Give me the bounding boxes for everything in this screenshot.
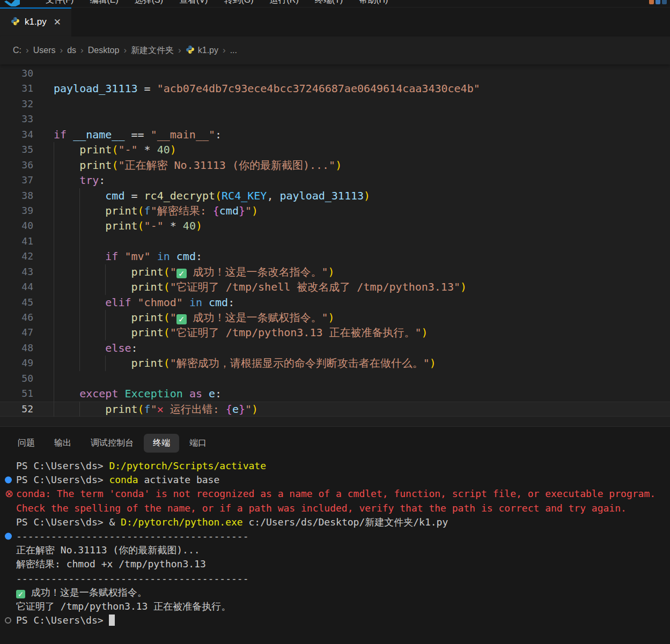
code-line: 36 print("正在解密 No.31113 (你的最新截图)...") xyxy=(0,158,670,173)
text-segment: ) xyxy=(252,403,258,416)
text-segment: print xyxy=(79,143,112,156)
code-text: print("✓ 成功！这是一条赋权指令。") xyxy=(54,310,335,325)
panel-tab-2[interactable]: 输出 xyxy=(45,434,80,453)
text-segment xyxy=(54,296,105,309)
breadcrumb-item-7[interactable]: ... xyxy=(230,46,237,55)
chevron-right-icon: › xyxy=(80,45,84,56)
text-segment: ( xyxy=(138,403,144,416)
text-segment: "它证明了 /tmp/shell 被改名成了 /tmp/python3.13" xyxy=(170,280,460,293)
text-segment: in xyxy=(151,250,176,263)
text-segment: } xyxy=(239,403,245,416)
panel-tab-1[interactable]: 问题 xyxy=(9,434,44,453)
text-segment: print xyxy=(105,204,137,217)
close-icon[interactable]: ✕ xyxy=(54,17,61,28)
breadcrumb-item-4[interactable]: Desktop xyxy=(88,46,120,55)
code-line: 42 if "mv" in cmd: xyxy=(0,249,670,264)
text-segment: "chmod" xyxy=(138,296,183,309)
code-line: 43 print("✓ 成功！这是一条改名指令。") xyxy=(0,264,670,279)
text-segment xyxy=(54,219,105,232)
text-segment: ) xyxy=(328,265,335,278)
code-editor[interactable]: 3031payload_31113 = "acb07e4db7c93ece4bc… xyxy=(0,64,670,426)
text-segment: "acb07e4db7c93ece4bcc37246687ae0649614ca… xyxy=(157,82,480,95)
text-segment: : xyxy=(215,387,222,400)
code-text: print("✓ 成功！这是一条改名指令。") xyxy=(54,264,335,279)
check-emoji-icon: ✓ xyxy=(176,269,187,279)
text-segment: == xyxy=(124,128,150,141)
code-line: 49 print("解密成功，请根据显示的命令判断攻击者在做什么。") xyxy=(0,356,670,371)
check-emoji-icon: ✓ xyxy=(176,314,187,324)
menu-item-4[interactable]: 查看(V) xyxy=(171,0,216,6)
code-text: print("解密成功，请根据显示的命令判断攻击者在做什么。") xyxy=(54,356,436,371)
menu-item-6[interactable]: 运行(R) xyxy=(262,0,307,6)
text-segment: in xyxy=(183,296,209,309)
text-segment: : xyxy=(131,342,138,354)
panel-tab-4[interactable]: 终端 xyxy=(144,434,179,453)
line-number: 37 xyxy=(0,173,33,188)
code-line: 47 print("它证明了 /tmp/python3.13 正在被准备执行。"… xyxy=(0,325,670,340)
code-line: 50 xyxy=(0,371,670,386)
line-number: 49 xyxy=(0,356,33,371)
terminal[interactable]: PS C:\Users\ds> D:/pytorch/Scripts/activ… xyxy=(0,459,670,627)
text-segment xyxy=(54,326,131,339)
code-line: 37 try: xyxy=(0,173,670,188)
menu-item-8[interactable]: 帮助(H) xyxy=(351,0,396,6)
panel-tab-bar: 问题输出调试控制台终端端口 xyxy=(0,427,670,459)
text-segment: Check the spelling of the name, or if a … xyxy=(16,502,627,514)
line-number: 48 xyxy=(0,340,33,356)
menu-item-3[interactable]: 选择(S) xyxy=(127,0,171,6)
text-segment: print xyxy=(131,357,164,369)
vscode-logo-icon[interactable] xyxy=(4,0,20,8)
text-segment: payload_31113 xyxy=(279,189,364,202)
text-segment: cmd xyxy=(176,250,196,263)
code-text: else: xyxy=(54,340,138,356)
bottom-panel: 问题输出调试控制台终端端口 PS C:\Users\ds> D:/pytorch… xyxy=(0,426,670,644)
text-segment: ) xyxy=(422,326,428,339)
text-segment: print xyxy=(105,403,137,416)
menu-item-2[interactable]: 编辑(E) xyxy=(82,0,126,6)
code-line: 46 print("✓ 成功！这是一条赋权指令。") xyxy=(0,310,670,325)
menu-item-7[interactable]: 终端(T) xyxy=(307,0,351,6)
text-segment: * xyxy=(138,143,157,156)
breadcrumb-item-3[interactable]: ds xyxy=(67,46,76,55)
breadcrumb-item-2[interactable]: Users xyxy=(33,46,56,55)
command-error-icon[interactable]: ⊗ xyxy=(5,488,13,499)
breadcrumb: C:›Users›ds›Desktop›新建文件夹›k1.py›... xyxy=(0,36,670,64)
text-segment: as xyxy=(183,387,209,400)
text-segment: f xyxy=(144,204,151,217)
text-segment xyxy=(54,311,131,324)
breadcrumb-item-6[interactable]: k1.py xyxy=(186,45,218,56)
chevron-right-icon: › xyxy=(60,45,63,56)
code-text: print(f"✕ 运行出错: {e}") xyxy=(54,402,258,417)
text-segment: e xyxy=(209,387,215,400)
command-success-dot-icon[interactable] xyxy=(5,477,12,484)
code-text: print("它证明了 /tmp/python3.13 正在被准备执行。") xyxy=(54,325,428,340)
code-text: cmd = rc4_decrypt(RC4_KEY, payload_31113… xyxy=(54,188,370,203)
text-segment: * xyxy=(164,219,183,232)
menu-item-1[interactable]: 文件(F) xyxy=(38,0,82,6)
text-segment: Exception xyxy=(124,387,182,400)
code-text: payload_31113 = "acb07e4db7c93ece4bcc372… xyxy=(54,81,480,96)
tab-k1py[interactable]: k1.py ✕ xyxy=(0,8,71,36)
breadcrumb-item-1[interactable]: C: xyxy=(13,46,21,55)
titlebar-clipped-content xyxy=(649,0,667,4)
command-pending-circle-icon[interactable] xyxy=(5,617,11,624)
panel-tab-3[interactable]: 调试控制台 xyxy=(82,434,143,453)
code-line: 45 elif "chmod" in cmd: xyxy=(0,295,670,310)
text-segment: ( xyxy=(164,326,170,339)
line-number: 30 xyxy=(0,66,33,81)
code-text: if __name__ == "__main__": xyxy=(54,127,222,142)
line-number: 47 xyxy=(0,325,33,340)
text-segment: = xyxy=(138,82,157,95)
text-segment: print xyxy=(131,311,164,324)
menu-item-5[interactable]: 转到(G) xyxy=(216,0,261,6)
text-segment xyxy=(54,403,105,416)
line-number: 34 xyxy=(0,127,33,142)
breadcrumb-item-5[interactable]: 新建文件夹 xyxy=(131,45,174,56)
text-segment xyxy=(54,189,105,202)
command-success-dot-icon[interactable] xyxy=(5,533,12,540)
panel-tab-5[interactable]: 端口 xyxy=(180,434,216,453)
text-segment: print xyxy=(131,265,164,278)
indent-guide xyxy=(79,234,80,249)
text-segment: c:/Users/ds/Desktop/新建文件夹/k1.py xyxy=(243,516,448,528)
text-segment: 运行出错: xyxy=(164,403,226,416)
